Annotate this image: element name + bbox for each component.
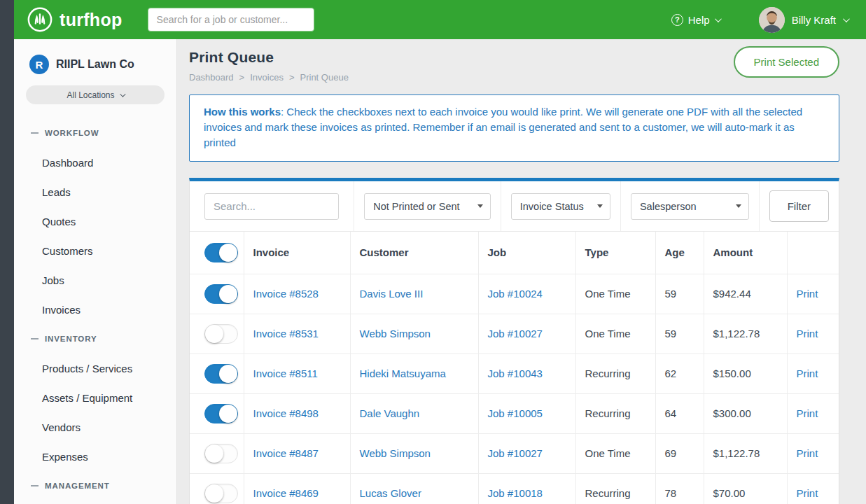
toggle-knob (219, 405, 237, 423)
customer-link[interactable]: Hideki Matsuyama (360, 368, 446, 379)
sidebar-item-vendors[interactable]: Vendors (14, 412, 176, 442)
print-link-cell: Print (787, 433, 839, 473)
customer-link-cell: Davis Love III (350, 274, 478, 314)
printed-filter-select[interactable]: Not Printed or Sent (364, 193, 490, 220)
toggle-knob (219, 244, 237, 262)
invoice-table: InvoiceCustomerJobTypeAgeAmount Invoice … (190, 232, 839, 504)
help-menu[interactable]: ? Help (671, 14, 720, 26)
filter-button[interactable]: Filter (769, 190, 829, 222)
row-select-toggle[interactable] (204, 364, 238, 384)
job-link-cell: Job #10005 (478, 393, 575, 433)
job-link[interactable]: Job #10027 (488, 328, 543, 340)
job-link[interactable]: Job #10043 (488, 368, 543, 379)
main-content: Print Queue Dashboard>Invoices>Print Que… (177, 39, 866, 504)
company-name: RIIPL Lawn Co (56, 58, 134, 71)
customer-link[interactable]: Webb Simpson (360, 328, 431, 340)
info-box-title: How this works (204, 106, 281, 118)
table-row: Invoice #8511Hideki MatsuyamaJob #10043R… (190, 354, 839, 393)
sidebar-item-invoices[interactable]: Invoices (14, 295, 176, 324)
row-toggle-cell (190, 393, 244, 433)
job-link-cell: Job #10024 (478, 274, 575, 314)
breadcrumb-item[interactable]: Dashboard (189, 72, 234, 83)
global-search-input[interactable] (148, 8, 314, 31)
user-menu[interactable]: Billy Kraft (759, 7, 848, 33)
sidebar-item-products-services[interactable]: Products / Services (14, 354, 176, 383)
nav-section-header: WORKFLOW (14, 118, 176, 148)
filter-printed-cell: Not Printed or Sent (354, 181, 501, 231)
sidebar-item-jobs[interactable]: Jobs (14, 265, 176, 295)
sidebar-item-expenses[interactable]: Expenses (14, 442, 176, 471)
customer-link-cell: Webb Simpson (350, 433, 478, 473)
company-logo: R (29, 55, 49, 74)
row-select-toggle[interactable] (204, 484, 238, 503)
breadcrumb-item[interactable]: Invoices (250, 72, 284, 83)
turfhop-logo[interactable]: turfhop (27, 6, 123, 33)
table-row: Invoice #8528Davis Love IIIJob #10024One… (190, 274, 839, 314)
row-toggle-cell (190, 473, 244, 504)
invoice-link[interactable]: Invoice #8531 (253, 328, 319, 340)
row-age: 78 (655, 473, 704, 504)
job-link[interactable]: Job #10024 (488, 288, 543, 300)
print-link[interactable]: Print (797, 288, 818, 300)
sidebar-item-customers[interactable]: Customers (14, 236, 176, 265)
job-link[interactable]: Job #10018 (488, 487, 543, 499)
row-type: One Time (575, 274, 655, 314)
brand-name: turfhop (60, 10, 123, 30)
select-all-toggle[interactable] (204, 243, 238, 262)
print-link[interactable]: Print (797, 368, 818, 379)
salesperson-select[interactable]: Salesperson (631, 193, 749, 220)
row-age: 59 (655, 314, 704, 354)
job-link[interactable]: Job #10027 (488, 447, 543, 459)
row-select-toggle[interactable] (204, 404, 238, 424)
print-selected-button[interactable]: Print Selected (734, 46, 839, 78)
invoice-link[interactable]: Invoice #8498 (253, 407, 319, 419)
nav-section-label: INVENTORY (45, 335, 97, 343)
row-select-toggle[interactable] (204, 324, 238, 344)
breadcrumb-separator: > (289, 72, 295, 83)
filter-button-cell: Filter (760, 181, 839, 231)
breadcrumb-item: Print Queue (300, 72, 349, 83)
print-link-cell: Print (787, 354, 839, 393)
print-link[interactable]: Print (797, 328, 818, 340)
row-toggle-cell (190, 274, 244, 314)
print-link-cell: Print (787, 473, 839, 504)
customer-link[interactable]: Dale Vaughn (360, 407, 420, 419)
row-amount: $70.00 (704, 473, 787, 504)
invoice-link[interactable]: Invoice #8469 (253, 487, 319, 499)
print-link[interactable]: Print (797, 407, 818, 419)
table-row: Invoice #8469Lucas GloverJob #10018Recur… (190, 473, 839, 504)
column-header-age: Age (655, 232, 704, 274)
help-label: Help (688, 14, 710, 26)
customer-link[interactable]: Davis Love III (360, 288, 424, 300)
invoice-link[interactable]: Invoice #8511 (253, 368, 318, 379)
job-link[interactable]: Job #10005 (488, 407, 543, 419)
row-select-toggle[interactable] (204, 284, 238, 304)
toggle-knob (205, 325, 223, 343)
filter-row: Not Printed or Sent Invoice Status (190, 181, 839, 232)
row-type: One Time (575, 433, 655, 473)
sidebar-item-leads[interactable]: Leads (14, 177, 176, 206)
locations-dropdown[interactable]: All Locations (26, 85, 165, 104)
sidebar-item-dashboard[interactable]: Dashboard (14, 148, 176, 177)
salesperson-value: Salesperson (640, 201, 697, 212)
row-age: 62 (655, 354, 704, 393)
help-icon: ? (671, 14, 683, 26)
sidebar-item-quotes[interactable]: Quotes (14, 206, 176, 236)
row-type: Recurring (575, 473, 655, 504)
row-amount: $300.00 (704, 393, 787, 433)
print-link[interactable]: Print (797, 487, 818, 499)
company-header: R RIIPL Lawn Co (14, 39, 176, 74)
table-search-input[interactable] (204, 193, 339, 220)
invoice-link[interactable]: Invoice #8528 (253, 288, 319, 300)
sidebar-item-assets-equipment[interactable]: Assets / Equipment (14, 383, 176, 412)
invoice-status-select[interactable]: Invoice Status (511, 193, 610, 220)
print-link-cell: Print (787, 314, 839, 354)
row-select-toggle[interactable] (204, 444, 238, 463)
invoice-link[interactable]: Invoice #8487 (253, 447, 319, 459)
customer-link[interactable]: Lucas Glover (360, 487, 421, 499)
customer-link[interactable]: Webb Simpson (360, 447, 431, 459)
select-arrow-icon (597, 204, 603, 208)
toggle-knob (219, 365, 237, 383)
print-link[interactable]: Print (797, 447, 818, 459)
row-type: Recurring (575, 354, 655, 393)
